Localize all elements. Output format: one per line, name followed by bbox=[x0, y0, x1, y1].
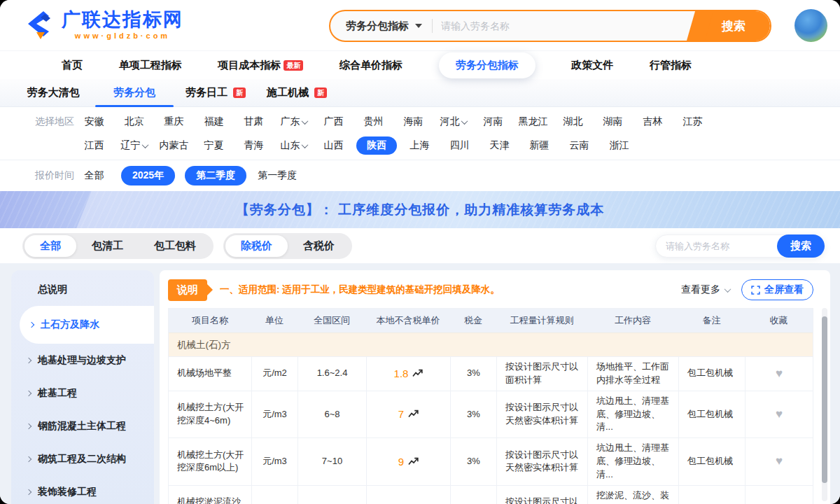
logo[interactable]: 广联达指标网 www·gldzb·com bbox=[22, 10, 183, 41]
sidebar-category-item[interactable]: 钢筋混凝土主体工程 bbox=[11, 410, 154, 442]
region-option[interactable]: 宁夏 bbox=[197, 136, 231, 155]
list-search-input[interactable] bbox=[656, 241, 778, 251]
cell-work-content: 坑边甩土、清理基底、修理边坡、清... bbox=[587, 391, 678, 438]
cell-local-price[interactable]: 9 bbox=[366, 438, 450, 485]
region-option[interactable]: 天津 bbox=[482, 136, 517, 155]
list-search-button[interactable]: 搜索 bbox=[777, 234, 825, 258]
header-search-button[interactable]: 搜索 bbox=[697, 10, 770, 42]
sidebar-category-item[interactable]: 砌筑工程及二次结构 bbox=[11, 442, 154, 475]
sidebar-category-item[interactable]: 总说明 bbox=[11, 273, 154, 306]
sidebar-category-item[interactable]: 装饰装修工程 bbox=[11, 475, 154, 504]
price-value: 15 bbox=[396, 501, 407, 504]
region-option[interactable]: 内蒙古 bbox=[157, 136, 191, 155]
caret-down-icon bbox=[415, 24, 422, 28]
contract-type-segment: 全部包清工包工包料 bbox=[22, 233, 214, 259]
region-option[interactable]: 山东 bbox=[276, 136, 311, 155]
cell-unit: 元/m3 bbox=[251, 486, 298, 504]
sidebar-category-item[interactable]: 土石方及降水 bbox=[20, 306, 154, 344]
sidebar-category-item[interactable]: 桩基工程 bbox=[11, 377, 154, 410]
cell-project-name: 机械挖土方(大开挖深度6m以上) bbox=[169, 438, 251, 485]
region-option[interactable]: 陕西 bbox=[356, 136, 397, 155]
nav-item[interactable]: 单项工程指标 bbox=[119, 59, 182, 72]
cell-local-price[interactable]: 15 bbox=[366, 486, 450, 504]
cell-calc-rule: 按设计图示尺寸以面积计算 bbox=[496, 357, 587, 391]
region-option[interactable]: 山西 bbox=[316, 136, 351, 155]
region-option[interactable]: 广西 bbox=[316, 113, 351, 131]
favorite-heart-button[interactable]: ♥ bbox=[776, 365, 783, 383]
subnav-tab[interactable]: 劳务大清包 bbox=[14, 79, 92, 106]
subnav-tab[interactable]: 劳务分包 bbox=[95, 79, 174, 106]
region-option[interactable]: 新疆 bbox=[522, 136, 556, 155]
favorite-heart-button[interactable]: ♥ bbox=[776, 453, 783, 470]
region-option[interactable]: 甘肃 bbox=[237, 113, 271, 131]
region-option[interactable]: 河北 bbox=[436, 113, 470, 131]
region-option[interactable]: 海南 bbox=[396, 113, 430, 131]
tax-mode-option[interactable]: 除税价 bbox=[225, 235, 288, 257]
region-option[interactable]: 贵州 bbox=[356, 113, 391, 131]
page: 广联达指标网 www·gldzb·com 劳务分包指标 搜索 首页 单项工程指标… bbox=[0, 0, 840, 504]
cell-tax: 3% bbox=[450, 391, 496, 438]
cell-tax: 3% bbox=[450, 357, 496, 391]
region-option[interactable]: 四川 bbox=[442, 136, 477, 155]
nav-item[interactable]: 首页 bbox=[62, 59, 83, 72]
region-option[interactable]: 重庆 bbox=[157, 113, 191, 131]
region-option[interactable]: 湖北 bbox=[556, 113, 590, 131]
table-header-cell: 单位 bbox=[251, 314, 298, 327]
view-more-button[interactable]: 查看更多 bbox=[681, 284, 730, 296]
nav-item[interactable]: 项目成本指标 最新 bbox=[218, 59, 303, 72]
quote-time-option[interactable]: 全部 bbox=[77, 166, 111, 186]
header-search-input[interactable] bbox=[433, 20, 697, 31]
region-option[interactable]: 安徽 bbox=[77, 113, 111, 131]
region-option[interactable]: 浙江 bbox=[602, 136, 636, 155]
contract-type-option[interactable]: 包清工 bbox=[76, 235, 139, 257]
nav-item[interactable]: 劳务分包指标 bbox=[439, 52, 536, 78]
fullscreen-icon bbox=[751, 286, 760, 295]
nav-item[interactable]: 政策文件 bbox=[571, 59, 613, 72]
contract-type-option[interactable]: 包工包料 bbox=[139, 235, 211, 257]
banner-text: 【劳务分包】： 工序维度分包报价，助力精准核算劳务成本 bbox=[236, 201, 604, 219]
search-category-label: 劳务分包指标 bbox=[346, 20, 409, 33]
region-option[interactable]: 云南 bbox=[562, 136, 596, 155]
contract-type-option[interactable]: 全部 bbox=[24, 235, 76, 257]
cell-unit: 元/m2 bbox=[251, 357, 298, 391]
cell-tax: 3% bbox=[450, 486, 496, 504]
chevron-down-icon bbox=[141, 141, 148, 148]
logo-icon bbox=[22, 10, 55, 41]
nav-item[interactable]: 行管指标 bbox=[650, 59, 692, 72]
cell-local-price[interactable]: 1.8 bbox=[366, 357, 450, 391]
nav-item[interactable]: 综合单价指标 bbox=[340, 59, 402, 72]
region-option[interactable]: 江苏 bbox=[676, 113, 710, 131]
avatar[interactable] bbox=[794, 9, 827, 42]
chevron-right-icon bbox=[26, 423, 31, 428]
table-scrollbar[interactable] bbox=[822, 308, 827, 501]
cell-national-range: 6~8 bbox=[298, 391, 366, 438]
favorite-heart-button[interactable]: ♥ bbox=[776, 406, 783, 424]
region-option[interactable]: 黑龙江 bbox=[516, 113, 550, 131]
region-option[interactable]: 河南 bbox=[476, 113, 510, 131]
search-category-dropdown[interactable]: 劳务分包指标 bbox=[330, 20, 432, 33]
quote-time-option[interactable]: 第一季度 bbox=[256, 166, 298, 186]
region-option[interactable]: 吉林 bbox=[636, 113, 670, 131]
region-option[interactable]: 福建 bbox=[197, 113, 231, 131]
fullscreen-button[interactable]: 全屏查看 bbox=[741, 279, 813, 300]
sidebar-category-item[interactable]: 地基处理与边坡支护 bbox=[11, 344, 154, 377]
quote-time-option[interactable]: 2025年 bbox=[121, 166, 175, 186]
subnav-tab[interactable]: 施工机械 新 bbox=[258, 79, 336, 106]
scrollbar-thumb[interactable] bbox=[822, 316, 827, 483]
region-option[interactable]: 辽宁 bbox=[117, 136, 151, 155]
quote-time-options: 全部2025年第二季度第一季度 bbox=[77, 166, 298, 186]
region-option[interactable]: 上海 bbox=[402, 136, 437, 155]
region-option[interactable]: 江西 bbox=[77, 136, 111, 155]
region-option[interactable]: 湖南 bbox=[596, 113, 630, 131]
tax-mode-option[interactable]: 含税价 bbox=[288, 235, 350, 257]
cell-local-price[interactable]: 7 bbox=[366, 391, 450, 438]
subnav-tab[interactable]: 劳务日工 新 bbox=[176, 79, 255, 106]
quote-time-option[interactable]: 第二季度 bbox=[185, 166, 246, 186]
region-option[interactable]: 北京 bbox=[117, 113, 151, 131]
favorite-heart-button[interactable]: ♥ bbox=[776, 500, 783, 504]
trend-up-icon bbox=[412, 369, 423, 378]
site-title: 广联达指标网 bbox=[62, 10, 183, 29]
region-option[interactable]: 广东 bbox=[276, 113, 311, 131]
region-option[interactable]: 青海 bbox=[237, 136, 271, 155]
table-group-row[interactable]: 机械土(石)方 bbox=[169, 332, 813, 356]
